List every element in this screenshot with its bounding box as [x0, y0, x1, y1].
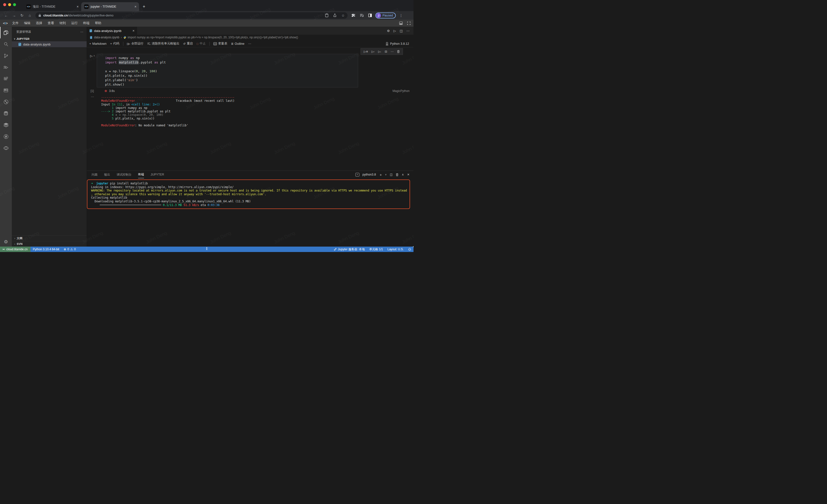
breadcrumb[interactable]: data-analysis.ipynb › import numpy as np…: [87, 35, 414, 40]
share-icon[interactable]: [333, 13, 336, 17]
reload-icon[interactable]: ↻: [19, 12, 25, 19]
remote-indicator[interactable]: >< cloud.titanide.cn: [0, 246, 31, 252]
explorer-icon[interactable]: [0, 27, 12, 38]
minimize-window-button[interactable]: [8, 3, 11, 6]
run-debug-icon[interactable]: [0, 61, 12, 73]
maximize-panel-icon[interactable]: ∧: [402, 173, 404, 176]
settings-gear-icon[interactable]: ⚙: [4, 239, 8, 245]
live-share-icon[interactable]: [0, 143, 12, 154]
split-terminal-icon[interactable]: ◫: [390, 173, 393, 176]
panel-tab-terminal[interactable]: 终端: [138, 171, 144, 178]
problems-status[interactable]: ⊗ 0 ⚠ 0: [61, 246, 78, 252]
breadcrumb-file[interactable]: data-analysis.ipynb: [94, 36, 119, 39]
kill-terminal-icon[interactable]: [396, 173, 398, 176]
panel-tab-output[interactable]: 输出: [104, 171, 110, 178]
cell-language[interactable]: MagicPython: [393, 89, 409, 93]
delete-cell-icon[interactable]: [397, 50, 400, 53]
fullscreen-icon[interactable]: [407, 22, 410, 25]
git-graph-icon[interactable]: [0, 96, 12, 108]
tab-close-icon[interactable]: ✕: [77, 5, 79, 8]
menu-run[interactable]: 运行: [71, 21, 78, 25]
extensions-icon[interactable]: [0, 73, 12, 85]
bookmark-star-icon[interactable]: ☆: [341, 13, 345, 17]
section-svn[interactable]: › SVN: [12, 241, 87, 246]
new-terminal-icon[interactable]: +: [380, 173, 382, 177]
media-playlist-icon[interactable]: [360, 14, 364, 17]
split-editor-icon[interactable]: ◫: [400, 29, 403, 33]
run-options-chevron-icon[interactable]: ∨: [94, 55, 95, 57]
address-bar[interactable]: cloud.titanide.cn/ide/web/coding/jupyter…: [36, 12, 347, 19]
run-below-icon[interactable]: ▷↓: [378, 50, 381, 53]
output-collapse-icon[interactable]: ⋯: [91, 95, 94, 99]
run-editor-icon[interactable]: ▷: [394, 29, 396, 33]
forward-icon[interactable]: →: [11, 12, 17, 19]
menu-edit[interactable]: 编辑: [24, 21, 31, 25]
search-icon[interactable]: [0, 38, 12, 50]
kernel-picker[interactable]: Python 3.8.12: [385, 42, 414, 46]
panel-tab-problems[interactable]: 问题: [92, 171, 97, 178]
notebook-settings-icon[interactable]: ⚙: [387, 29, 390, 33]
notifications-bell-icon[interactable]: [406, 246, 414, 252]
tab-close-icon[interactable]: ✕: [133, 29, 135, 33]
layout-toggle-icon[interactable]: [399, 22, 403, 25]
section-outline[interactable]: › 大纲: [12, 235, 87, 241]
layers-stack-icon[interactable]: [0, 119, 12, 131]
browser-tab-project[interactable]: <t> 项目 - TITANIDE ✕: [23, 2, 81, 11]
restart-kernel-button[interactable]: ↺重启: [183, 42, 193, 46]
run-cell-button[interactable]: ▷ ∨: [90, 54, 95, 58]
new-tab-button[interactable]: +: [141, 3, 147, 10]
interrupt-button[interactable]: □中止: [197, 42, 206, 46]
terminal-dropdown-icon[interactable]: ∨: [385, 173, 387, 176]
notebook-icon: [89, 29, 92, 33]
toolbar-more-icon[interactable]: ⋯: [248, 42, 251, 46]
menu-goto[interactable]: 转到: [59, 21, 66, 25]
editor-more-icon[interactable]: ⋯: [406, 29, 409, 33]
add-code-button[interactable]: +代码: [110, 42, 119, 46]
database-icon[interactable]: [0, 108, 12, 119]
back-icon[interactable]: ←: [3, 12, 9, 19]
double-chevron-up-icon[interactable]: ∧ ∧: [206, 247, 207, 250]
source-control-icon[interactable]: [0, 50, 12, 61]
run-all-button[interactable]: ▷▷全部运行: [127, 42, 144, 46]
save-page-icon[interactable]: [325, 13, 328, 17]
clear-outputs-button[interactable]: 清除所有单元格输出: [147, 42, 180, 46]
terminal[interactable]: ➜ jupyter pip install matplotlibLooking …: [87, 179, 410, 209]
close-window-button[interactable]: [3, 3, 6, 6]
editor-tab-notebook[interactable]: data-analysis.ipynb ✕: [87, 27, 137, 35]
side-panel-icon[interactable]: [368, 13, 372, 17]
browser-menu-icon[interactable]: ⋮: [399, 13, 403, 17]
terminal-name[interactable]: python3.8: [362, 173, 376, 176]
home-icon[interactable]: ⌂: [27, 12, 33, 19]
profile-button[interactable]: J Paused: [375, 12, 396, 18]
extensions-puzzle-icon[interactable]: [351, 13, 355, 17]
remote-explorer-icon[interactable]: [0, 85, 12, 96]
menu-file[interactable]: 文件: [12, 21, 19, 25]
breadcrumb-cell-code[interactable]: import numpy as np⏎import matplotlib.pyp…: [128, 36, 298, 39]
jupyter-server-status[interactable]: Jupyter 服务器: 本地: [332, 246, 367, 252]
cell-position[interactable]: 单元格 1/1: [367, 246, 385, 252]
panel-tab-jupyter[interactable]: JUPYTER: [151, 171, 164, 178]
panel-tab-debug-console[interactable]: 调试控制台: [117, 171, 132, 178]
file-item-notebook[interactable]: data-analysis.ipynb: [12, 41, 87, 47]
menu-selection[interactable]: 选择: [36, 21, 42, 25]
close-panel-icon[interactable]: ✕: [407, 173, 409, 176]
outline-button[interactable]: ≣Outline: [231, 42, 244, 46]
keyboard-layout[interactable]: Layout: U.S.: [385, 246, 406, 252]
browser-tab-jupyter[interactable]: <t> jupyter - TITANIDE ✕: [81, 2, 139, 11]
tab-close-icon[interactable]: ✕: [134, 5, 137, 8]
menu-help[interactable]: 帮助: [95, 21, 101, 25]
code-cell[interactable]: import numpy as npimport matplotlib.pypl…: [97, 54, 358, 88]
cell-more-icon[interactable]: ⋯: [391, 50, 394, 53]
zoom-window-button[interactable]: [13, 3, 16, 6]
section-jupyter[interactable]: ∨ JUPYTER: [12, 36, 87, 41]
split-cell-icon[interactable]: ⊟: [385, 50, 387, 53]
run-above-icon[interactable]: ▷↑: [372, 50, 375, 53]
menu-view[interactable]: 查看: [48, 21, 54, 25]
variables-button[interactable]: (x)变量表: [213, 42, 227, 46]
run-by-line-icon[interactable]: ▷≣: [364, 50, 368, 53]
thunder-client-icon[interactable]: [0, 131, 12, 143]
python-interpreter[interactable]: Python 3.10.4 64-bit: [31, 246, 61, 252]
menu-terminal[interactable]: 终端: [83, 21, 90, 25]
sidebar-more-icon[interactable]: ⋯: [80, 30, 83, 34]
add-markdown-button[interactable]: +Markdown: [89, 42, 107, 46]
